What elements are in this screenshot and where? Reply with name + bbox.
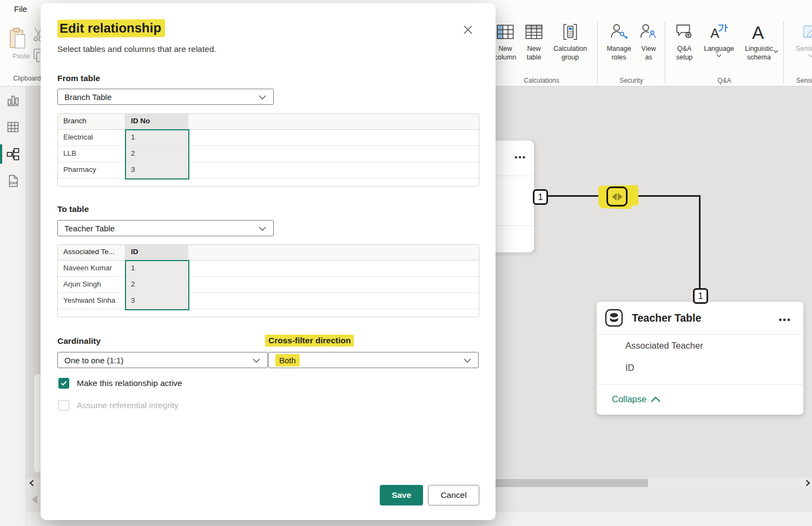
table-row: LLB 2 [58,146,479,162]
model-view-button[interactable] [0,141,26,168]
new-table-icon [524,19,544,44]
scrollbar-thumb[interactable] [494,479,648,487]
arrow-right-icon [618,193,623,201]
more-options-icon[interactable]: ••• [514,152,526,162]
dialog-subtitle: Select tables and columns that are relat… [57,44,216,54]
dax-query-view-button[interactable]: DAX [0,168,26,195]
cross-filter-label: Cross-filter direction [265,335,354,347]
field-associated-teacher[interactable]: Associated Teacher [597,335,803,357]
teacher-table-card[interactable]: Teacher Table ••• Associated Teacher ID … [597,302,803,415]
sensitivity-icon [801,19,812,44]
manage-roles-icon [609,19,629,44]
report-view-icon [6,93,20,107]
paste-icon [8,26,35,51]
field-id[interactable]: ID [597,357,803,379]
active-view-indicator [0,144,2,164]
svg-text:DAX: DAX [10,181,18,185]
scroll-right-icon[interactable] [806,480,810,487]
teacher-card-header[interactable]: Teacher Table ••• [597,302,803,335]
ribbon-group-security: Manage roles [602,19,661,84]
cardinality-select[interactable]: One to one (1:1) [57,352,268,368]
language-button[interactable]: A Language [699,19,738,57]
collapse-link[interactable]: Collapse [612,394,661,404]
table-row: Arjun Singh 2 [58,277,479,293]
from-table-preview: Branch ID No Electrical 1 LLB 2 Pharmacy… [57,114,479,187]
chevron-down-icon [808,54,812,57]
teacher-card-footer: Collapse [597,384,803,414]
teacher-card-title: Teacher Table [632,312,701,324]
referential-integrity-checkbox[interactable] [58,400,69,411]
security-group-label: Security [602,74,661,84]
qa-setup-icon [674,19,695,44]
scroll-left-disabled-icon[interactable] [31,495,37,504]
to-table-select[interactable]: Teacher Table [57,220,274,236]
cardinality-label: Cardinality [57,336,101,346]
report-view-button[interactable] [0,86,26,114]
table-row: Electrical 1 [58,130,479,146]
qna-group-label: Q&A [669,74,780,84]
qa-setup-button[interactable]: Q&A setup [669,19,699,62]
chevron-up-icon [651,397,661,402]
column-header-selected[interactable]: ID [126,245,188,260]
cardinality-badge-one: 1 [533,189,548,205]
from-table-select[interactable]: Branch Table [57,89,274,105]
ribbon-separator [665,22,665,83]
column-header-selected[interactable]: ID No [126,114,188,129]
ribbon-group-sensitivity: Sensitivity Sensitivity [788,19,812,84]
chevron-down-icon [259,227,266,231]
ribbon-separator [597,22,598,83]
table-header-row: Branch ID No [58,114,479,130]
sensitivity-group-label: Sensitivity [788,74,812,84]
table-row: Naveen Kumar 1 [58,261,479,277]
more-options-icon[interactable]: ••• [778,315,791,325]
powerbi-window: File Paste Clipboard [0,0,812,526]
view-switcher-rail: DAX [0,86,26,526]
view-as-icon [638,19,659,44]
dialog-title: Edit relationship [57,19,165,37]
save-button[interactable]: Save [380,485,423,505]
table-view-icon [6,120,20,134]
calculation-group-button[interactable]: Calculation group [547,19,593,62]
new-column-icon [496,19,515,44]
ribbon-groups: New column New table [490,19,812,84]
chevron-down-icon [259,95,266,99]
svg-text:A: A [752,23,764,42]
cross-filter-select[interactable]: Both [268,352,479,368]
edit-relationship-dialog: Edit relationship Select tables and colu… [41,3,496,520]
linguistic-schema-button[interactable]: A Linguistic schema [738,19,780,62]
dax-query-view-icon: DAX [6,174,20,189]
new-table-button[interactable]: New table [521,19,547,62]
column-header[interactable]: Branch [58,114,126,129]
cardinality-badge-one: 1 [693,288,708,304]
calculations-group-label: Calculations [490,74,593,84]
to-table-preview: Associated Te... ID Naveen Kumar 1 Arjun… [57,244,479,317]
ribbon-separator [783,22,784,83]
database-icon [605,309,623,327]
language-icon: A [709,19,729,44]
cross-filter-both-icon[interactable] [606,187,628,207]
calculation-group-icon [560,19,580,44]
referential-integrity-label: Assume referential integrity [77,401,179,410]
ribbon-group-qna: Q&A setup A Language [669,19,780,84]
chevron-down-icon [773,50,778,53]
sensitivity-button[interactable]: Sensitivity [788,19,812,57]
view-as-button[interactable]: View as [636,19,661,62]
scroll-left-icon[interactable] [29,480,34,487]
from-table-label: From table [57,74,100,83]
file-menu[interactable]: File [14,4,27,14]
paste-label: Paste [8,52,35,60]
relationship-line[interactable] [699,195,701,289]
cancel-button[interactable]: Cancel [428,485,479,505]
to-table-label: To table [57,204,89,214]
close-icon[interactable] [461,23,475,37]
column-header[interactable]: Associated Te... [58,245,126,260]
table-view-button[interactable] [0,114,26,141]
make-active-checkbox[interactable] [58,378,69,389]
model-view-icon [6,147,20,161]
chevron-down-icon [253,358,260,363]
paste-button[interactable]: Paste [8,26,35,60]
arrow-left-icon [612,193,617,201]
table-row: Pharmacy 3 [58,162,479,178]
chevron-down-icon [716,54,722,57]
manage-roles-button[interactable]: Manage roles [602,19,636,62]
